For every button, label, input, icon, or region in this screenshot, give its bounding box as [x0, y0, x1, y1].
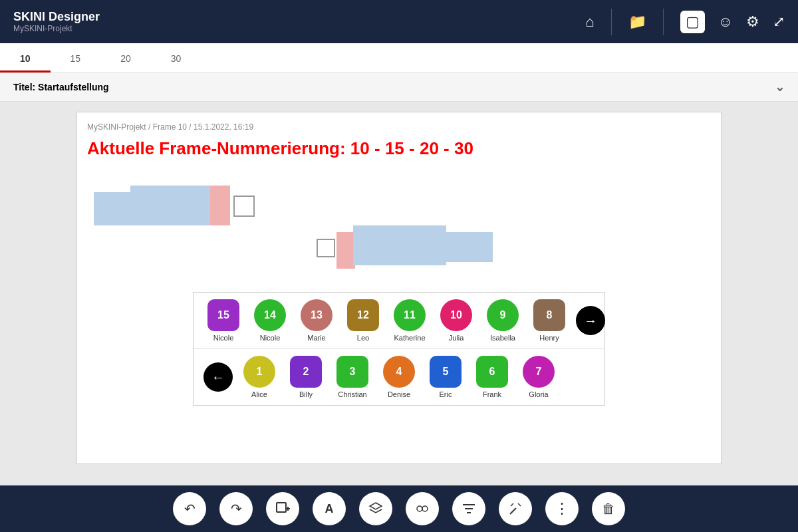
player-item-6: 6 Frank [472, 356, 512, 398]
svg-marker-3 [370, 503, 382, 509]
header-title-area: SKINI Designer MySKINI-Projekt [13, 10, 585, 33]
player-item-5: 5 Eric [426, 356, 466, 398]
player-badge-12[interactable]: 12 [347, 299, 379, 331]
frame-title: Aktuelle Frame-Nummerierung: 10 - 15 - 2… [87, 138, 711, 159]
delete-button[interactable]: 🗑 [592, 492, 625, 525]
svg-point-5 [422, 506, 428, 511]
shape-blue-rect-1 [94, 192, 134, 225]
player-badge-4[interactable]: 4 [383, 356, 415, 388]
shape-pink-rect-2 [336, 232, 355, 269]
face-icon[interactable]: ☺ [718, 13, 733, 31]
player-name-8: Henry [539, 334, 559, 342]
player-badge-13[interactable]: 13 [301, 299, 332, 331]
fullscreen-icon[interactable]: ⤢ [773, 13, 785, 31]
canvas-meta: MySKINI-Projekt / Frame 10 / 15.1.2022, … [87, 122, 711, 132]
player-name-7: Gloria [529, 390, 548, 398]
player-item-14: 14 Nicole [250, 299, 290, 342]
shape-blue-rect-3 [353, 225, 446, 265]
player-item-13: 13 Marie [297, 299, 336, 342]
player-name-15: Nicole [213, 334, 234, 342]
tab-bar: 10 15 20 30 [0, 43, 798, 73]
svg-rect-0 [277, 503, 286, 512]
player-row-1: 15 Nicole 14 Nicole 13 Marie 12 Leo [194, 293, 604, 348]
player-name-4: Denise [388, 390, 410, 398]
player-name-5: Eric [440, 390, 452, 398]
player-badge-15[interactable]: 15 [207, 299, 239, 331]
player-badge-3[interactable]: 3 [336, 356, 368, 388]
player-row-2: ← 1 Alice 2 Billy 3 Christian 4 [194, 348, 604, 405]
filter-button[interactable] [452, 492, 485, 525]
player-badge-8[interactable]: 8 [533, 299, 565, 331]
player-item-9: 9 Isabella [483, 299, 523, 342]
add-frame-button[interactable] [266, 492, 299, 525]
divider-1 [611, 9, 612, 35]
titel-label: Titel: [13, 82, 35, 92]
header-icons: ⌂ 📁 ▢ ☺ ⚙ ⤢ [585, 9, 785, 35]
player-badge-11[interactable]: 11 [394, 299, 426, 331]
player-name-13: Marie [307, 334, 326, 342]
tab-20[interactable]: 20 [100, 47, 151, 72]
shape-blue-rect-4 [446, 232, 493, 262]
header: SKINI Designer MySKINI-Projekt ⌂ 📁 ▢ ☺ ⚙… [0, 0, 798, 43]
screen-icon[interactable]: ▢ [680, 11, 705, 33]
player-badge-6[interactable]: 6 [476, 356, 508, 388]
text-button[interactable]: A [313, 492, 346, 525]
player-name-2: Billy [299, 390, 313, 398]
player-badge-14[interactable]: 14 [254, 299, 286, 331]
group-button[interactable] [406, 492, 439, 525]
next-page-button[interactable]: → [576, 306, 605, 335]
player-name-9: Isabella [490, 334, 515, 342]
player-badge-7[interactable]: 7 [523, 356, 555, 388]
player-name-10: Julia [449, 334, 464, 342]
chevron-down-icon[interactable]: ⌄ [775, 80, 785, 94]
player-badge-2[interactable]: 2 [290, 356, 322, 388]
player-badge-9[interactable]: 9 [487, 299, 519, 331]
player-name-6: Frank [483, 390, 501, 398]
player-item-12: 12 Leo [343, 299, 383, 342]
svg-point-4 [417, 506, 422, 511]
tab-30[interactable]: 30 [151, 47, 201, 72]
player-item-2: 2 Billy [286, 356, 326, 398]
undo-button[interactable]: ↶ [173, 492, 206, 525]
titel-value: Startaufstellung [38, 82, 109, 92]
app-subtitle: MySKINI-Projekt [13, 24, 585, 33]
more-button[interactable]: ⋮ [545, 492, 579, 525]
player-name-14: Nicole [260, 334, 281, 342]
player-item-8: 8 Henry [529, 299, 569, 342]
shape-pink-rect-1 [210, 186, 230, 225]
prev-page-button[interactable]: ← [203, 362, 233, 392]
player-item-10: 10 Julia [436, 299, 476, 342]
folder-icon[interactable]: 📁 [628, 13, 646, 31]
player-badge-1[interactable]: 1 [243, 356, 275, 388]
bottom-toolbar: ↶ ↷ A ⋮ 🗑 [0, 485, 798, 532]
divider-2 [663, 9, 664, 35]
titel-bar: Titel: Startaufstellung ⌄ [0, 73, 798, 102]
tools-button[interactable] [499, 492, 532, 525]
app-name: SKINI Designer [13, 10, 585, 24]
player-name-12: Leo [357, 334, 369, 342]
player-badge-10[interactable]: 10 [440, 299, 472, 331]
tab-15[interactable]: 15 [51, 47, 101, 72]
shapes-diagram [87, 172, 711, 279]
titel-text: Titel: Startaufstellung [13, 82, 109, 92]
redo-button[interactable]: ↷ [219, 492, 253, 525]
player-name-11: Katherine [394, 334, 425, 342]
settings-icon[interactable]: ⚙ [746, 13, 759, 31]
player-badge-5[interactable]: 5 [430, 356, 462, 388]
svg-line-11 [511, 503, 513, 506]
player-item-7: 7 Gloria [519, 356, 559, 398]
scroll-area: MySKINI-Projekt / Frame 10 / 15.1.2022, … [0, 102, 798, 529]
home-icon[interactable]: ⌂ [585, 13, 594, 31]
svg-line-10 [518, 503, 521, 506]
layers-button[interactable] [359, 492, 392, 525]
svg-line-9 [510, 508, 516, 514]
shape-white-square-2 [317, 239, 335, 257]
player-item-1: 1 Alice [239, 356, 279, 398]
content-wrapper: 10 15 20 30 Titel: Startaufstellung ⌄ My… [0, 43, 798, 529]
shape-white-square-1 [233, 196, 255, 217]
player-grid: 15 Nicole 14 Nicole 13 Marie 12 Leo [193, 292, 605, 406]
player-item-15: 15 Nicole [203, 299, 243, 342]
canvas-area: MySKINI-Projekt / Frame 10 / 15.1.2022, … [76, 112, 722, 464]
tab-10[interactable]: 10 [0, 47, 51, 72]
player-name-3: Christian [338, 390, 366, 398]
